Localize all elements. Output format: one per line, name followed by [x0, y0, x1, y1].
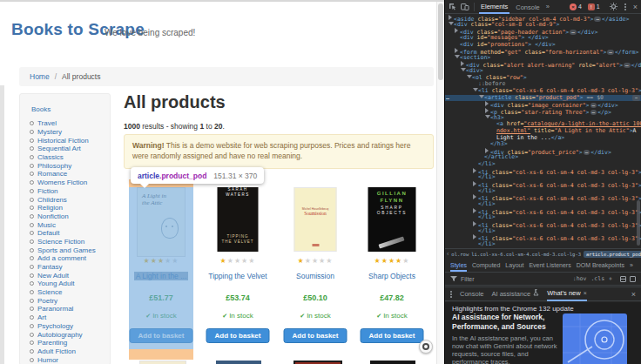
book-cover[interactable]: SARAHWATERSTIPPINGTHE VELVET	[218, 187, 259, 252]
tree-node[interactable]: <ol class="row">	[445, 75, 641, 82]
error-count[interactable]: 4	[578, 3, 582, 10]
styles-tab-dom-breakpoints[interactable]: DOM Breakpoints	[577, 259, 624, 272]
sidebar-category-link[interactable]: Travel	[27, 119, 108, 128]
tree-node[interactable]: </li>	[445, 174, 641, 181]
add-to-basket-button[interactable]: Add to basket	[284, 328, 347, 343]
sidebar-category-link[interactable]: Autobiography	[27, 330, 108, 339]
product-title-link[interactable]: Tipping the Velvet	[206, 272, 270, 280]
sidebar-category-link[interactable]: Adult Fiction	[27, 347, 108, 356]
sidebar-category-link[interactable]: Poetry	[27, 296, 108, 305]
drawer-close-icon[interactable]: ×	[631, 290, 636, 299]
whats-new-card-title[interactable]: AI assistance for Network, Performance, …	[452, 313, 560, 331]
devtools-close-icon[interactable]: ×	[633, 3, 638, 11]
console-errors-icon[interactable]: ×	[570, 3, 577, 10]
tree-node[interactable]: <section>	[445, 55, 641, 62]
crumb-scroll-left-icon[interactable]: ‹	[447, 251, 449, 257]
tree-node[interactable]: <div id="promotions"> </div>	[445, 42, 641, 49]
book-cover[interactable]: GILLIANFLYNNSHARPOBJECTS	[368, 187, 416, 252]
drawer-tab-what-s-new[interactable]: What's new×	[547, 287, 587, 301]
node-more-menu-icon[interactable]: ⋯	[632, 95, 640, 101]
tree-node[interactable]: </article>	[445, 154, 641, 161]
styles-tab-event-listeners[interactable]: Event Listeners	[529, 259, 570, 272]
sidebar-category-link[interactable]: Psychology	[27, 322, 108, 331]
tree-node[interactable]: <li class="col-xs-6 col-sm-4 col-md-3 co…	[445, 234, 641, 241]
tree-node-selected[interactable]: …<article class="product_pod"> == $0⋯	[445, 95, 641, 102]
add-to-basket-button[interactable]: Add to basket	[361, 328, 424, 343]
styles-more-tabs-icon[interactable]: »	[630, 262, 633, 268]
styles-tab-styles[interactable]: Styles	[450, 259, 467, 272]
tree-node[interactable]: <div class="product_price">…</div>	[445, 148, 641, 155]
more-tabs-icon[interactable]: »	[546, 3, 550, 10]
styles-tab-computed[interactable]: Computed	[472, 259, 500, 272]
sidebar-books-link[interactable]: Books	[31, 105, 51, 113]
next-row-book-cover[interactable]	[294, 361, 342, 364]
add-to-basket-button[interactable]: Add to basket	[206, 328, 270, 343]
sidebar-category-link[interactable]: Paranormal	[27, 305, 108, 313]
tree-node[interactable]: </li>	[445, 228, 641, 235]
settings-gear-icon[interactable]	[610, 3, 617, 10]
breadcrumb-home-link[interactable]: Home	[30, 72, 50, 81]
drawer-menu-icon[interactable]	[450, 293, 452, 295]
sidebar-category-link[interactable]: Mystery	[27, 128, 108, 137]
sidebar-category-link[interactable]: Philosophy	[27, 161, 108, 170]
sidebar-category-link[interactable]: Womens Fiction	[27, 179, 108, 187]
computed-panel-icon[interactable]	[630, 276, 636, 282]
tree-node[interactable]: </h3>	[445, 141, 641, 148]
sidebar-category-link[interactable]: Nonfiction	[27, 212, 108, 221]
styles-filter-input[interactable]: Filter	[461, 276, 475, 282]
dom-breadcrumb-item[interactable]: article.product_pod	[584, 251, 641, 258]
issue-count[interactable]: 1	[597, 3, 600, 10]
sidebar-category-link[interactable]: Science Fiction	[27, 238, 108, 246]
sidebar-category-link[interactable]: Add a comment	[27, 254, 108, 263]
tree-node[interactable]: <li class="col-xs-6 col-sm-4 col-md-3 co…	[445, 208, 641, 215]
sidebar-category-link[interactable]: Childrens	[27, 195, 108, 204]
sidebar-category-link[interactable]: New Adult	[27, 271, 108, 280]
sidebar-category-link[interactable]: Romance	[27, 170, 108, 179]
tab-close-icon[interactable]: ×	[584, 286, 587, 300]
next-row-book-cover[interactable]	[370, 361, 415, 364]
dom-breadcrumb-item[interactable]: ol.row	[451, 252, 469, 257]
sidebar-category-link[interactable]: Fantasy	[27, 263, 108, 272]
sidebar-category-link[interactable]: Parenting	[27, 339, 108, 347]
tree-node[interactable]: <li class="col-xs-6 col-sm-4 col-md-3 co…	[445, 168, 641, 175]
sidebar-category-link[interactable]: Fiction	[27, 187, 108, 196]
sidebar-category-link[interactable]: Classics	[27, 153, 108, 162]
book-cover[interactable]: Michel HouellebecqSoumission	[294, 187, 337, 252]
tab-elements[interactable]: Elements	[479, 0, 509, 14]
node-gutter-menu-icon[interactable]: …	[446, 95, 449, 102]
tree-node[interactable]: Light in the ...</a>	[445, 135, 641, 142]
tree-node[interactable]: <div class="image_container">…</div>	[445, 101, 641, 108]
product-title-link[interactable]: Soumission	[283, 272, 347, 280]
tree-node[interactable]: <li class="col-xs-6 col-sm-4 col-md-3 co…	[445, 181, 641, 188]
elements-tree-scrollbar[interactable]	[637, 200, 640, 246]
tree-node[interactable]: <li class="col-xs-6 col-sm-4 col-md-3 co…	[445, 194, 641, 201]
tree-node[interactable]: </li>	[445, 201, 641, 208]
dom-breadcrumb-item[interactable]: li.col-xs-6.col-sm-4.col-md-3.col-lg-3	[471, 252, 581, 257]
filter-toggle[interactable]: .cls	[590, 275, 604, 282]
grid-toggle-icon[interactable]	[620, 276, 626, 282]
device-toolbar-icon[interactable]	[461, 3, 469, 10]
sidebar-category-link[interactable]: Young Adult	[27, 280, 108, 288]
tree-node[interactable]: </li>	[445, 214, 641, 221]
next-row-book-cover[interactable]	[139, 361, 186, 364]
drawer-tab-console[interactable]: Console	[460, 287, 484, 301]
tree-node[interactable]: </li>	[445, 188, 641, 195]
tree-node[interactable]: </li>	[445, 161, 641, 168]
tab-console[interactable]: Console	[514, 1, 542, 13]
issues-icon[interactable]: !	[588, 3, 595, 10]
drawer-tab-ai-assistance[interactable]: AI assistance	[492, 287, 540, 301]
sidebar-category-link[interactable]: Humor	[27, 355, 108, 364]
tree-node[interactable]: <li class="col-xs-6 col-sm-4 col-md-3 co…	[445, 221, 641, 228]
inspect-element-icon[interactable]	[449, 3, 456, 10]
sidebar-category-link[interactable]: Sports and Games	[27, 246, 108, 254]
devtools-menu-icon[interactable]	[624, 6, 626, 8]
tree-node[interactable]: </li>	[445, 241, 641, 247]
sidebar-category-link[interactable]: Art	[27, 313, 108, 322]
sidebar-category-link[interactable]: Music	[27, 220, 108, 229]
tree-node[interactable]: <p class="star-rating Three">…</p>	[445, 108, 641, 115]
styles-tab-layout[interactable]: Layout	[505, 259, 523, 272]
sidebar-category-link[interactable]: Science	[27, 288, 108, 297]
sidebar-category-link[interactable]: Religion	[27, 204, 108, 212]
page-scrollbar-thumb[interactable]	[438, 3, 443, 80]
sidebar-category-link[interactable]: Historical Fiction	[27, 136, 108, 145]
